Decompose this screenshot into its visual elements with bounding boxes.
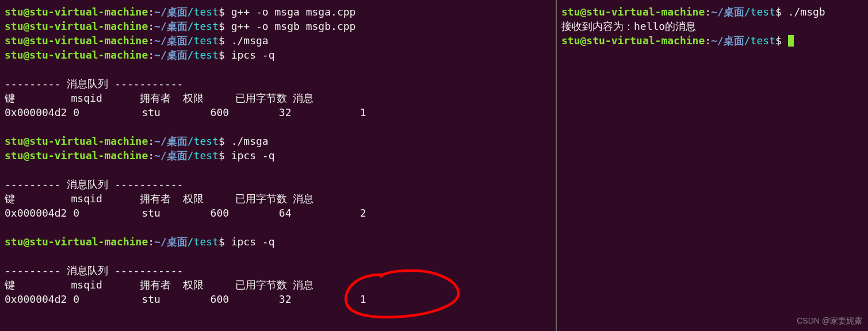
prompt-path-dir: /test [744, 34, 775, 47]
prompt-colon: : [148, 34, 154, 47]
prompt-path-home: ~/桌面 [154, 135, 188, 147]
prompt-colon: : [148, 236, 154, 248]
prompt-symbol: $ [775, 6, 782, 18]
prompt-colon: : [148, 149, 154, 161]
prompt-user: stu@stu-virtual-machine [5, 6, 148, 18]
prompt-user: stu@stu-virtual-machine [5, 236, 148, 248]
terminal-prompt-line: stu@stu-virtual-machine:~/桌面/test$ ipcs … [5, 234, 551, 249]
prompt-path-home: ~/桌面 [154, 236, 188, 248]
prompt-user: stu@stu-virtual-machine [561, 34, 705, 47]
prompt-path-home: ~/桌面 [154, 20, 188, 32]
terminal-output-line: 0x000004d2 0 stu 600 32 1 [5, 292, 551, 306]
terminal-output-line: 0x000004d2 0 stu 600 32 1 [5, 105, 551, 120]
terminal-blank-line [5, 220, 551, 234]
terminal-prompt-line: stu@stu-virtual-machine:~/桌面/test$ g++ -… [5, 19, 551, 33]
prompt-path-dir: /test [188, 135, 219, 147]
terminal-output-line: 键 msqid 拥有者 权限 已用字节数 消息 [5, 278, 551, 292]
prompt-symbol: $ [219, 135, 225, 147]
command-text: ./msga [225, 135, 269, 147]
terminal-output-line: 接收到内容为：hello的消息 [561, 19, 863, 33]
command-text: g++ -o msgb msgb.cpp [225, 20, 356, 32]
terminal-right-pane[interactable]: stu@stu-virtual-machine:~/桌面/test$ ./msg… [557, 0, 868, 331]
terminal-output-line: 0x000004d2 0 stu 600 64 2 [5, 206, 551, 220]
prompt-symbol: $ [219, 34, 225, 47]
command-text: g++ -o msga msga.cpp [225, 6, 356, 18]
prompt-path-home: ~/桌面 [711, 6, 744, 18]
prompt-colon: : [148, 6, 154, 18]
terminal-prompt-line: stu@stu-virtual-machine:~/桌面/test$ ipcs … [5, 148, 551, 163]
prompt-path-home: ~/桌面 [154, 149, 188, 161]
prompt-colon: : [705, 6, 711, 18]
prompt-colon: : [148, 135, 154, 147]
prompt-symbol: $ [219, 20, 225, 32]
terminal-left-pane[interactable]: stu@stu-virtual-machine:~/桌面/test$ g++ -… [0, 0, 557, 331]
prompt-path-dir: /test [188, 236, 219, 248]
prompt-path-dir: /test [188, 6, 219, 18]
terminal-prompt-line: stu@stu-virtual-machine:~/桌面/test$ [561, 33, 863, 48]
terminal-prompt-line: stu@stu-virtual-machine:~/桌面/test$ ./msg… [561, 5, 863, 19]
terminal-output-line: --------- 消息队列 ----------- [5, 76, 551, 91]
prompt-user: stu@stu-virtual-machine [5, 135, 148, 147]
prompt-user: stu@stu-virtual-machine [5, 49, 148, 61]
watermark: CSDN @家妻妮露 [797, 316, 862, 326]
terminal-blank-line [5, 62, 551, 76]
terminal-prompt-line: stu@stu-virtual-machine:~/桌面/test$ ./msg… [5, 134, 551, 148]
prompt-path-home: ~/桌面 [711, 34, 744, 47]
prompt-symbol: $ [219, 149, 225, 161]
command-text [782, 34, 788, 47]
terminal-output-line: 键 msqid 拥有者 权限 已用字节数 消息 [5, 191, 551, 206]
prompt-colon: : [148, 49, 154, 61]
prompt-user: stu@stu-virtual-machine [5, 34, 148, 47]
prompt-colon: : [705, 34, 711, 47]
prompt-user: stu@stu-virtual-machine [5, 149, 148, 161]
prompt-path-dir: /test [188, 20, 219, 32]
command-text: ipcs -q [225, 49, 275, 61]
prompt-path-home: ~/桌面 [154, 6, 188, 18]
prompt-path-dir: /test [188, 149, 219, 161]
command-text: ipcs -q [225, 149, 275, 161]
prompt-path-home: ~/桌面 [154, 49, 188, 61]
terminal-blank-line [5, 163, 551, 177]
prompt-symbol: $ [219, 49, 225, 61]
cursor-block [788, 35, 794, 47]
command-text: ./msga [225, 34, 269, 47]
terminal-prompt-line: stu@stu-virtual-machine:~/桌面/test$ ./msg… [5, 33, 551, 48]
prompt-path-home: ~/桌面 [154, 34, 188, 47]
prompt-path-dir: /test [188, 34, 219, 47]
terminal-output-line: --------- 消息队列 ----------- [5, 177, 551, 191]
terminal-prompt-line: stu@stu-virtual-machine:~/桌面/test$ ipcs … [5, 48, 551, 62]
terminal-blank-line [5, 249, 551, 263]
prompt-symbol: $ [775, 34, 782, 47]
terminal-prompt-line: stu@stu-virtual-machine:~/桌面/test$ g++ -… [5, 5, 551, 19]
prompt-symbol: $ [219, 6, 225, 18]
command-text: ipcs -q [225, 236, 275, 248]
prompt-colon: : [148, 20, 154, 32]
command-text: ./msgb [782, 6, 825, 18]
terminal-output-line: 键 msqid 拥有者 权限 已用字节数 消息 [5, 91, 551, 105]
terminal-output-line: --------- 消息队列 ----------- [5, 263, 551, 278]
prompt-path-dir: /test [744, 6, 775, 18]
prompt-path-dir: /test [188, 49, 219, 61]
prompt-user: stu@stu-virtual-machine [5, 20, 148, 32]
terminal-blank-line [5, 120, 551, 134]
prompt-user: stu@stu-virtual-machine [561, 6, 705, 18]
prompt-symbol: $ [219, 236, 225, 248]
